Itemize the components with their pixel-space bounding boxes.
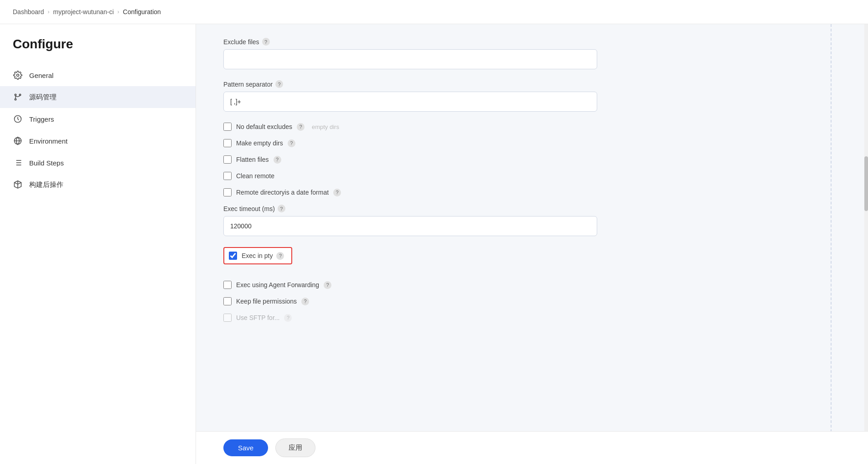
breadcrumb: Dashboard › myproject-wutunan-ci › Confi… — [0, 0, 868, 24]
clean-remote-label: Clean remote — [236, 172, 274, 180]
no-default-excludes-label: No default excludes — [236, 123, 292, 130]
remote-directory-label: Remote directoryis a date format — [236, 189, 329, 196]
save-button[interactable]: Save — [223, 439, 268, 456]
exec-in-pty-checkbox[interactable] — [229, 252, 237, 260]
exec-in-pty-box: Exec in pty ? — [223, 247, 292, 264]
sidebar-item-environment[interactable]: Environment — [0, 130, 196, 152]
exec-timeout-input[interactable] — [223, 216, 597, 236]
flatten-files-row: Flatten files ? — [223, 155, 606, 164]
bottom-bar: Save 应用 — [196, 431, 868, 464]
pattern-separator-label: Pattern separator ? — [223, 80, 606, 88]
make-empty-dirs-checkbox[interactable] — [223, 139, 232, 147]
scrollbar-track — [864, 24, 868, 464]
apply-button[interactable]: 应用 — [275, 438, 315, 457]
breadcrumb-project[interactable]: myproject-wutunan-ci — [53, 8, 114, 15]
keep-file-permissions-row: Keep file permissions ? — [223, 297, 606, 305]
no-default-excludes-checkbox[interactable] — [223, 123, 232, 131]
clean-remote-row: Clean remote — [223, 172, 606, 180]
remote-directory-help-icon[interactable]: ? — [333, 189, 341, 196]
exec-agent-forwarding-checkbox[interactable] — [223, 281, 232, 289]
gear-icon — [13, 70, 23, 80]
exec-timeout-section: Exec timeout (ms) ? — [223, 205, 606, 236]
sidebar-item-general-label: General — [29, 72, 53, 79]
pattern-sep-help-icon[interactable]: ? — [275, 80, 283, 88]
content-area[interactable]: Exclude files ? Pattern separator ? No d… — [196, 24, 868, 464]
flatten-files-checkbox[interactable] — [223, 155, 232, 164]
no-default-excludes-row: No default excludes ? empty dirs — [223, 123, 606, 131]
exec-in-pty-text: Exec in pty — [242, 252, 273, 259]
exec-in-pty-label-group: Exec in pty ? — [242, 252, 284, 260]
make-empty-dirs-label: Make empty dirs — [236, 139, 283, 147]
sidebar-item-source-label: 源码管理 — [29, 93, 57, 102]
sidebar-item-build-steps-label: Build Steps — [29, 159, 64, 167]
next-option-row: Use SFTP for... ? — [223, 314, 606, 322]
flatten-files-help-icon[interactable]: ? — [274, 156, 281, 164]
dashed-border-right — [831, 24, 832, 464]
sidebar-item-post-build-label: 构建后操作 — [29, 180, 63, 189]
flatten-files-label: Flatten files — [236, 156, 269, 163]
content-scroll: Exclude files ? Pattern separator ? No d… — [196, 24, 634, 385]
exec-in-pty-help-icon[interactable]: ? — [276, 252, 284, 260]
svg-point-0 — [17, 74, 19, 77]
keep-file-permissions-help-icon[interactable]: ? — [301, 298, 309, 305]
pattern-separator-input[interactable] — [223, 92, 597, 112]
sidebar-item-triggers[interactable]: Triggers — [0, 108, 196, 130]
breadcrumb-sep-2: › — [118, 9, 119, 15]
sidebar: Configure General 源码管理 — [0, 24, 196, 464]
list-icon — [13, 158, 23, 168]
main-layout: Configure General 源码管理 — [0, 24, 868, 464]
breadcrumb-sep-1: › — [48, 9, 50, 15]
breadcrumb-dashboard[interactable]: Dashboard — [13, 8, 44, 15]
svg-point-2 — [15, 98, 16, 100]
keep-file-permissions-label: Keep file permissions — [236, 298, 297, 305]
exclude-files-section: Exclude files ? — [223, 38, 606, 69]
globe-icon — [13, 136, 23, 146]
sidebar-item-source[interactable]: 源码管理 — [0, 86, 196, 108]
next-option-label: Use SFTP for... — [236, 314, 279, 321]
keep-file-permissions-checkbox[interactable] — [223, 297, 232, 305]
remote-directory-checkbox[interactable] — [223, 188, 232, 196]
clean-remote-checkbox[interactable] — [223, 172, 232, 180]
breadcrumb-current: Configuration — [123, 8, 161, 15]
sidebar-item-triggers-label: Triggers — [29, 115, 54, 123]
no-default-excludes-help-icon[interactable]: ? — [297, 123, 305, 131]
svg-point-1 — [15, 94, 16, 95]
sidebar-item-general[interactable]: General — [0, 64, 196, 86]
scrollbar-thumb[interactable] — [864, 156, 868, 211]
sidebar-item-environment-label: Environment — [29, 137, 67, 145]
pattern-separator-section: Pattern separator ? — [223, 80, 606, 112]
cube-icon — [13, 180, 23, 190]
exclude-files-input[interactable] — [223, 49, 597, 69]
code-branch-icon — [13, 92, 23, 102]
sidebar-item-post-build[interactable]: 构建后操作 — [0, 174, 196, 196]
exclude-files-help-icon[interactable]: ? — [262, 38, 270, 46]
make-empty-dirs-row: Make empty dirs ? — [223, 139, 606, 147]
clock-icon — [13, 114, 23, 124]
make-empty-dirs-help-icon[interactable]: ? — [288, 139, 295, 147]
sidebar-title: Configure — [0, 37, 196, 64]
exec-agent-forwarding-row: Exec using Agent Forwarding ? — [223, 281, 606, 289]
exclude-files-label: Exclude files ? — [223, 38, 606, 46]
exec-agent-forwarding-label: Exec using Agent Forwarding — [236, 281, 319, 289]
exec-timeout-label: Exec timeout (ms) ? — [223, 205, 606, 212]
remote-directory-row: Remote directoryis a date format ? — [223, 188, 606, 196]
empty-dirs-ghost: empty dirs — [312, 124, 339, 130]
next-option-checkbox[interactable] — [223, 314, 232, 322]
exec-in-pty-container: Exec in pty ? — [223, 247, 606, 273]
next-option-help-icon[interactable]: ? — [284, 314, 292, 322]
exec-timeout-help-icon[interactable]: ? — [278, 205, 285, 212]
sidebar-item-build-steps[interactable]: Build Steps — [0, 152, 196, 174]
exec-agent-forwarding-help-icon[interactable]: ? — [324, 281, 331, 289]
